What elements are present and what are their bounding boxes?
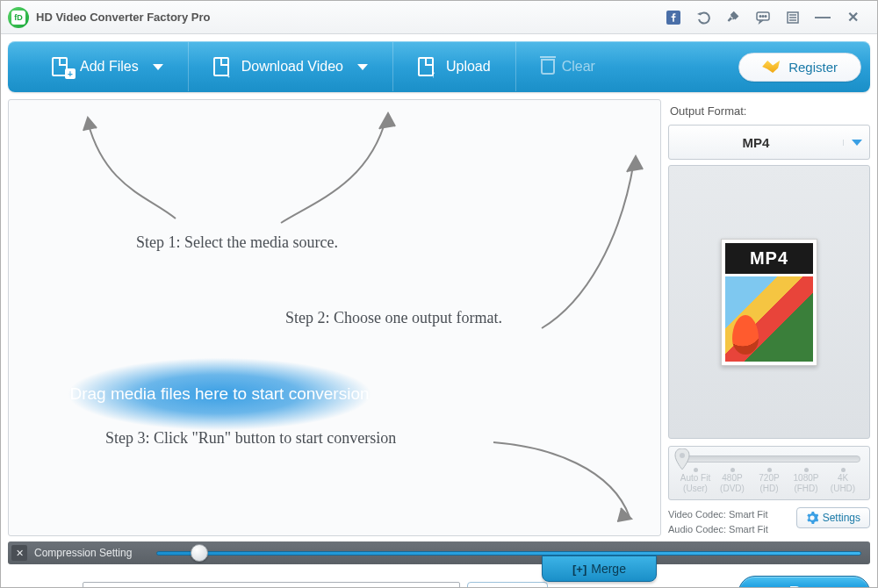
feedback-icon[interactable] — [756, 11, 770, 25]
undo-icon[interactable] — [696, 11, 710, 25]
run-button[interactable]: Run — [738, 576, 870, 588]
resolution-knob[interactable] — [673, 448, 691, 471]
svg-point-4 — [765, 15, 766, 17]
trash-icon — [541, 59, 555, 75]
upload-file-icon: ↑ — [418, 57, 437, 76]
resolution-ticks: Auto Fit(User) 480P(DVD) 720P(HD) 1080P(… — [678, 466, 860, 494]
register-icon — [762, 61, 780, 73]
register-button[interactable]: Register — [738, 53, 861, 82]
res-tick-1080p[interactable]: 1080P(FHD) — [788, 466, 824, 494]
res-tick-480p[interactable]: 480P(DVD) — [715, 466, 750, 494]
hint-step1: Step 1: Select the media source. — [136, 233, 338, 252]
compression-label: Compression Setting — [34, 547, 132, 559]
clear-label: Clear — [562, 59, 595, 75]
output-folder-input[interactable] — [83, 582, 460, 588]
merge-label: Merge — [591, 562, 626, 576]
upload-button[interactable]: ↑ Upload — [393, 42, 516, 91]
format-thumbnail: MP4 — [721, 239, 817, 366]
chevron-down-icon — [153, 64, 163, 70]
title-bar: fD HD Video Converter Factory Pro — ✕ — [1, 1, 877, 34]
open-folder-button[interactable]: Open Folder — [467, 582, 549, 588]
settings-label: Settings — [823, 512, 860, 524]
video-codec-text: Video Codec: Smart Fit — [668, 507, 768, 522]
output-format-select[interactable]: MP4 — [668, 125, 870, 160]
menu-icon[interactable] — [786, 11, 800, 25]
output-format-label: Output Format: — [668, 99, 870, 125]
add-file-icon: + — [52, 57, 71, 76]
upload-label: Upload — [446, 59, 491, 75]
output-format-value: MP4 — [669, 135, 843, 150]
app-title: HD Video Converter Factory Pro — [36, 11, 210, 24]
drop-hint-blob: Drag media files here to start conversio… — [8, 337, 448, 451]
close-icon[interactable]: ✕ — [846, 11, 860, 25]
svg-point-9 — [680, 453, 685, 458]
compression-bar: ✕ Compression Setting — [8, 541, 870, 564]
main-toolbar: + Add Files ↓ Download Video ↑ Upload Cl… — [8, 41, 870, 92]
codec-info: Video Codec: Smart Fit Audio Codec: Smar… — [668, 507, 768, 536]
download-video-label: Download Video — [241, 59, 343, 75]
download-file-icon: ↓ — [213, 57, 233, 76]
compression-knob[interactable] — [191, 544, 208, 562]
facebook-icon[interactable] — [666, 11, 680, 25]
add-files-button[interactable]: + Add Files — [17, 42, 189, 91]
drop-canvas[interactable]: Step 1: Select the media source. Step 2:… — [8, 99, 661, 536]
drop-hint-text: Drag media files here to start conversio… — [69, 384, 369, 404]
add-files-label: Add Files — [80, 59, 139, 75]
svg-point-3 — [762, 15, 764, 17]
merge-button[interactable]: [+] Merge — [542, 556, 657, 582]
compression-close-icon[interactable]: ✕ — [11, 545, 27, 561]
download-video-button[interactable]: ↓ Download Video — [189, 42, 393, 91]
register-label: Register — [788, 60, 838, 75]
res-tick-720p[interactable]: 720P(HD) — [752, 466, 787, 494]
output-panel: Output Format: MP4 MP4 Auto Fit(User) 48… — [668, 99, 870, 536]
pin-icon[interactable] — [726, 11, 740, 25]
resolution-slider-panel: Auto Fit(User) 480P(DVD) 720P(HD) 1080P(… — [668, 446, 870, 500]
hint-step2: Step 2: Choose one output format. — [285, 309, 502, 327]
format-thumbnail-label: MP4 — [725, 243, 813, 274]
settings-button[interactable]: Settings — [796, 507, 870, 528]
res-tick-4k[interactable]: 4K(UHD) — [825, 466, 860, 494]
chevron-down-icon — [357, 64, 368, 70]
clear-button[interactable]: Clear — [516, 59, 620, 75]
audio-codec-text: Audio Codec: Smart Fit — [668, 522, 768, 537]
merge-icon: [+] — [572, 563, 587, 576]
minimize-icon[interactable]: — — [816, 11, 830, 25]
footer-bar: Output Folder: Open Folder [+] Merge Run — [8, 571, 870, 588]
app-logo: fD — [8, 7, 29, 28]
gear-icon — [806, 512, 818, 524]
resolution-slider[interactable] — [678, 455, 860, 463]
format-preview[interactable]: MP4 — [668, 165, 870, 439]
svg-point-2 — [759, 15, 761, 17]
chevron-down-icon — [843, 140, 869, 146]
compression-track[interactable] — [156, 551, 861, 556]
